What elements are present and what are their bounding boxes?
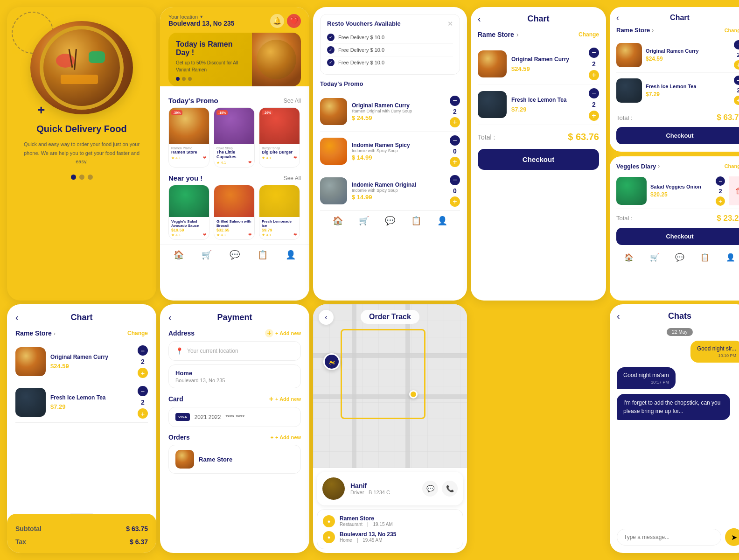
delete-btn[interactable]: 🗑 [729,176,739,205]
nav-chat-icon[interactable]: 💬 [230,250,240,260]
cart-ramen-plus[interactable]: + [589,70,599,80]
chart-back-icon[interactable]: ‹ [478,14,481,24]
track-back[interactable]: ‹ [319,310,334,325]
veggies-nav-chat[interactable]: 💬 [675,253,684,262]
orders-nav-home[interactable]: 🏠 [333,216,343,226]
orders-add-new[interactable]: + + Add new [271,434,301,440]
order-item-2-img [320,138,347,165]
nav-profile-icon[interactable]: 👤 [286,250,296,260]
cart-ramen-minus[interactable]: − [589,48,599,58]
chart2-minus-2[interactable]: − [734,76,739,85]
chart2-checkout-btn[interactable]: Checkout [616,127,739,144]
chart2-header: ‹ Chart [616,14,739,27]
chat-driver-btn[interactable]: 💬 [422,481,438,497]
qty-plus-1[interactable]: + [450,117,460,127]
bell-icon[interactable]: 🔔 [270,14,284,28]
promo-item-1[interactable]: -39% Ramen Promo Ramen Store ★ 4.1 ❤ [168,107,209,168]
timeline-dest-info: Boulevard 13, No 235 Home | 19.45 AM [340,531,457,543]
cart-tea-qty: 2 [592,101,596,108]
chart2-store-name: Rame Store [616,27,650,34]
nearby-item-1[interactable]: Veggie's Salad Avocado Sauce $19.59 ★ 4.… [168,185,209,240]
cart-total-amount: $ 63.76 [568,132,599,142]
veggies-minus[interactable]: − [716,176,725,186]
chat-input[interactable] [617,529,721,546]
chart-bot-minus-2[interactable]: − [138,386,148,396]
veggies-nav-orders[interactable]: 📋 [700,253,710,262]
chart-bot-plus-1[interactable]: + [138,368,148,378]
orders-nav-cart[interactable]: 🛒 [359,216,369,226]
orders-nav-profile[interactable]: 👤 [437,216,447,226]
nearby-item-3[interactable]: Fresh Lemonade Ice $9.79 ★ 4.1 ❤ [259,185,300,240]
veggies-checkout-btn[interactable]: Checkout [616,228,739,245]
qty-plus-3[interactable]: + [450,196,460,207]
food-bowl-image [30,21,133,114]
order-item-3-desc: Indomie with Spicy Soup [352,188,445,193]
chats-back[interactable]: ‹ [617,311,620,322]
splash-screen: + Quick Delivery Food Quick and easy way… [7,7,156,301]
chart-bot-plus-2[interactable]: + [138,408,148,419]
promo-item-3[interactable]: -26% Burger Shop Big Bite Burger ★ 4.1 ❤ [259,107,300,168]
nearby-name-1: Veggie's Salad Avocado Sauce [171,219,207,228]
qty-minus-2[interactable]: − [450,135,460,146]
chart-bot-item-2: Fresh Ice Lemon Tea $7.29 − 2 + [15,382,148,423]
change-btn[interactable]: Change [579,31,599,38]
chart2-item-1-img [616,43,642,67]
card-input[interactable]: VISA 2021 2022 **** **** [168,407,301,427]
nav-cart-icon[interactable]: 🛒 [202,250,212,260]
chats-screen: ‹ Chats 22 May Good night sir... 10:10 P… [610,304,739,553]
chart-bot-change-btn[interactable]: Change [127,330,148,336]
cart-tea-minus[interactable]: − [589,88,599,98]
qty-num-1: 2 [453,108,457,115]
driver-action-btns: 💬 📞 [422,481,458,497]
location-input[interactable]: 📍 Your current location [168,341,301,361]
chart-bot-minus-1[interactable]: − [138,345,148,356]
chart-bot-back[interactable]: ‹ [15,312,19,323]
chat-msg-2-text: Good night ma'am [623,372,669,378]
veggies-store-name: Veggies Diary [616,163,656,170]
chart2-plus-2[interactable]: + [734,96,739,105]
order-item-2-qty: − 0 + [450,135,460,167]
chart2-item-1: Original Ramen Curry $24.59 − 2 + [616,37,739,73]
qty-minus-3[interactable]: − [450,175,460,185]
chart-bot-item-1-img [15,347,46,376]
nav-home-icon[interactable]: 🏠 [174,250,184,260]
address-add-new[interactable]: + + Add new [265,329,301,337]
chart-bot-store-row: Rame Store › Change [15,329,148,342]
chart-bot-item-1-name: Original Ramen Curry [50,354,133,360]
nearby-item-2[interactable]: Grilled Salmon with Brocoli $32.65 ★ 4.1… [214,185,255,240]
call-driver-btn[interactable]: 📞 [442,481,458,497]
chart2-back[interactable]: ‹ [616,13,619,23]
cart-tea-plus[interactable]: + [589,111,599,121]
orders-nav-orders[interactable]: 📋 [411,216,421,226]
veggies-change-btn[interactable]: Change [725,163,739,169]
cart-ramen-qty: 2 [592,60,596,68]
cart-item-tea: Fresh Ice Lemon Tea $7.29 − 2 + [478,84,599,125]
chat-send-btn[interactable]: ➤ [725,528,739,546]
promo-item-2[interactable]: -18% Cake Shop The Little Cupcakes ★ 4.1… [214,107,255,168]
promo-badge-1: -39% [171,110,182,115]
chart-screen-bottom: ‹ Chart Rame Store › Change Original Ram… [7,304,156,553]
heart-icon[interactable]: ❤️ [287,14,301,28]
order-item-3: Indomie Ramen Original Indomie with Spic… [320,171,460,210]
promo-name-1: Ramen Store [171,150,207,154]
veggies-nav-cart[interactable]: 🛒 [650,253,659,262]
checkout-button[interactable]: Checkout [478,149,599,170]
nav-orders-icon[interactable]: 📋 [258,250,268,260]
qty-minus-1[interactable]: − [450,96,460,106]
order-item-3-price: $ 14.99 [352,194,445,201]
payment-back[interactable]: ‹ [168,312,172,323]
promo-see-all[interactable]: See All [284,98,301,104]
card-add-new[interactable]: + + Add new [269,395,301,403]
chart2-plus-1[interactable]: + [734,60,739,70]
nearby-see-all[interactable]: See All [284,175,301,182]
chart-bottom-totals: Subtotal $ 63.75 Tax $ 6.37 [7,514,156,553]
chart2-minus-1[interactable]: − [734,40,739,49]
veggies-nav-home[interactable]: 🏠 [624,253,634,262]
veggies-plus[interactable]: + [716,196,725,206]
veggies-nav-profile[interactable]: 👤 [726,253,735,262]
orders-screen: Resto Vouchers Available ✕ ✓ Free Delive… [313,7,467,301]
orders-nav-chat[interactable]: 💬 [385,216,395,226]
chart2-change-btn[interactable]: Change [725,28,739,33]
qty-plus-2[interactable]: + [450,157,460,167]
chart2-item-1-price: $24.59 [646,56,730,62]
